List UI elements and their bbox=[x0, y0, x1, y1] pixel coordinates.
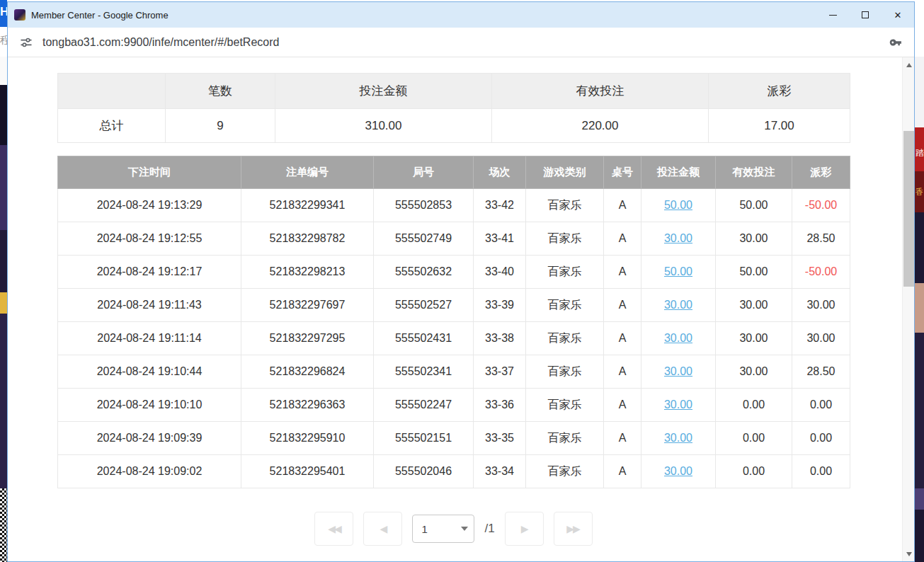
last-page-button[interactable]: ▶▶ bbox=[554, 512, 593, 546]
cell-payout: 0.00 bbox=[792, 455, 850, 488]
maximize-icon bbox=[862, 11, 869, 18]
cell-time: 2024-08-24 19:11:43 bbox=[58, 289, 241, 322]
cell-bet-amount: 30.00 bbox=[641, 389, 716, 422]
cell-valid-bet: 0.00 bbox=[716, 455, 792, 488]
cell-round-no: 555502431 bbox=[374, 322, 474, 355]
bet-table-row: 2024-08-24 19:12:17521832298213555502632… bbox=[58, 256, 850, 289]
bet-amount-link[interactable]: 30.00 bbox=[664, 398, 692, 411]
cell-bet-amount: 30.00 bbox=[641, 222, 716, 256]
summary-total-count: 9 bbox=[166, 109, 275, 143]
bet-table-row: 2024-08-24 19:13:29521832299341555502853… bbox=[58, 189, 850, 222]
summary-total-valid-bet: 220.00 bbox=[492, 109, 709, 143]
scrollbar-thumb[interactable] bbox=[903, 131, 914, 287]
cell-game-type: 百家乐 bbox=[526, 289, 604, 322]
cell-time: 2024-08-24 19:12:17 bbox=[58, 256, 241, 289]
total-pages-label: /1 bbox=[484, 522, 494, 536]
cell-table-no: A bbox=[604, 222, 641, 256]
minimize-button[interactable] bbox=[816, 2, 849, 28]
cell-time: 2024-08-24 19:12:55 bbox=[58, 222, 241, 256]
browser-window: Member Center - Google Chrome ✕ tongbao3… bbox=[7, 1, 915, 562]
cell-round-no: 555502247 bbox=[374, 389, 474, 422]
bet-amount-link[interactable]: 30.00 bbox=[664, 432, 692, 444]
bet-amount-link[interactable]: 30.00 bbox=[664, 299, 692, 311]
bet-table-header: 投注金额 bbox=[641, 156, 716, 189]
background-right-red-strip: 踏 bbox=[915, 127, 924, 171]
bet-table-row: 2024-08-24 19:10:10521832296363555502247… bbox=[58, 389, 850, 422]
window-controls: ✕ bbox=[816, 2, 914, 28]
scrollbar[interactable] bbox=[902, 57, 914, 561]
cell-session: 33-36 bbox=[474, 389, 526, 422]
url-text[interactable]: tongbao31.com:9900/infe/mcenter/#/betRec… bbox=[42, 36, 879, 49]
summary-header-count: 笔数 bbox=[166, 74, 275, 109]
background-right-bright-strip bbox=[915, 488, 924, 510]
bet-amount-link[interactable]: 30.00 bbox=[664, 232, 692, 244]
scroll-up-icon bbox=[906, 63, 912, 67]
bet-table-header: 有效投注 bbox=[716, 156, 792, 189]
cell-bet-no: 521832298782 bbox=[241, 222, 374, 256]
cell-bet-no: 521832296824 bbox=[241, 355, 374, 389]
cell-valid-bet: 0.00 bbox=[716, 422, 792, 455]
cell-valid-bet: 30.00 bbox=[716, 355, 792, 389]
cell-bet-amount: 30.00 bbox=[641, 455, 716, 488]
scroll-down-icon bbox=[906, 552, 912, 556]
cell-payout: -50.00 bbox=[792, 189, 850, 222]
cell-session: 33-34 bbox=[474, 455, 526, 488]
bet-table-header: 下注时间 bbox=[58, 156, 241, 189]
cell-valid-bet: 50.00 bbox=[716, 189, 792, 222]
last-page-icon: ▶▶ bbox=[566, 523, 579, 534]
background-right-white-strip bbox=[915, 0, 924, 57]
cell-bet-no: 521832295401 bbox=[241, 455, 374, 488]
cell-round-no: 555502853 bbox=[374, 189, 474, 222]
background-left-dark-strip bbox=[0, 314, 7, 488]
cell-payout: 30.00 bbox=[792, 322, 850, 355]
cell-session: 33-39 bbox=[474, 289, 526, 322]
scroll-down-button[interactable] bbox=[903, 548, 914, 560]
cell-bet-no: 521832297295 bbox=[241, 322, 374, 355]
bet-amount-link[interactable]: 50.00 bbox=[664, 265, 692, 277]
cell-game-type: 百家乐 bbox=[526, 189, 604, 222]
cell-bet-amount: 30.00 bbox=[641, 289, 716, 322]
cell-game-type: 百家乐 bbox=[526, 355, 604, 389]
cell-session: 33-35 bbox=[474, 422, 526, 455]
bet-record-section: 笔数 投注金额 有效投注 派彩 总计 9 310.00 220.00 17.00 bbox=[57, 73, 850, 546]
background-right-light-strip bbox=[915, 57, 924, 127]
bet-amount-link[interactable]: 50.00 bbox=[664, 199, 692, 211]
background-right-darkred-strip: 香 bbox=[915, 171, 924, 212]
bet-amount-link[interactable]: 30.00 bbox=[664, 465, 692, 477]
summary-header-bet-amount: 投注金额 bbox=[275, 74, 492, 109]
bet-table-header: 派彩 bbox=[792, 156, 850, 189]
bet-amount-link[interactable]: 30.00 bbox=[664, 365, 692, 377]
cell-table-no: A bbox=[604, 189, 641, 222]
app-favicon-icon bbox=[14, 9, 25, 21]
cell-time: 2024-08-24 19:10:44 bbox=[58, 355, 241, 389]
prev-page-button[interactable]: ◀ bbox=[363, 512, 402, 546]
address-bar: tongbao31.com:9900/infe/mcenter/#/betRec… bbox=[8, 28, 914, 57]
cell-round-no: 555502341 bbox=[374, 355, 474, 389]
next-page-button[interactable]: ▶ bbox=[505, 512, 544, 546]
close-icon: ✕ bbox=[894, 11, 902, 20]
cell-bet-no: 521832296363 bbox=[241, 389, 374, 422]
maximize-button[interactable] bbox=[849, 2, 882, 28]
first-page-button[interactable]: ◀◀ bbox=[314, 512, 353, 546]
background-left-white-strip: 程 bbox=[0, 27, 7, 57]
page-select[interactable]: 1 bbox=[412, 515, 474, 543]
window-title: Member Center - Google Chrome bbox=[31, 10, 169, 21]
close-button[interactable]: ✕ bbox=[882, 2, 914, 28]
bet-table-header: 局号 bbox=[374, 156, 474, 189]
bet-amount-link[interactable]: 30.00 bbox=[664, 332, 692, 344]
cell-game-type: 百家乐 bbox=[526, 222, 604, 256]
cell-session: 33-40 bbox=[474, 256, 526, 289]
cell-game-type: 百家乐 bbox=[526, 455, 604, 488]
cell-bet-no: 521832298213 bbox=[241, 256, 374, 289]
background-left-gold-strip bbox=[0, 292, 7, 314]
summary-table: 笔数 投注金额 有效投注 派彩 总计 9 310.00 220.00 17.00 bbox=[57, 73, 850, 143]
cell-time: 2024-08-24 19:10:10 bbox=[58, 389, 241, 422]
background-right-dark-strip bbox=[915, 212, 924, 283]
site-settings-icon[interactable] bbox=[19, 35, 33, 50]
password-key-icon[interactable] bbox=[889, 35, 903, 50]
scroll-up-button[interactable] bbox=[903, 59, 914, 71]
cell-payout: 28.50 bbox=[792, 222, 850, 256]
pagination: ◀◀ ◀ 1 /1 ▶ ▶▶ bbox=[57, 512, 850, 546]
cell-valid-bet: 0.00 bbox=[716, 389, 792, 422]
background-left-dark-strip bbox=[0, 85, 7, 145]
